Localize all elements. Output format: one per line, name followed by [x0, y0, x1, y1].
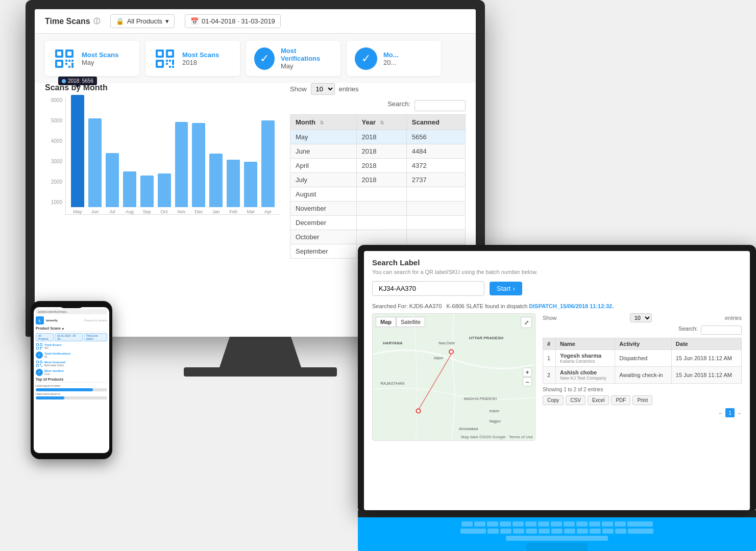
phone-filter-2[interactable]: 01-01-2018 - 30-06...	[55, 333, 82, 341]
map-expand-icon[interactable]: ⤢	[521, 317, 532, 328]
search-input[interactable]	[414, 100, 466, 111]
bar-group-apr: Apr	[261, 120, 275, 214]
svg-rect-10	[68, 66, 70, 68]
arrow-right-icon: ›	[513, 285, 515, 292]
laptop-search-input[interactable]	[701, 325, 742, 335]
entries-label: entries	[339, 85, 359, 93]
copy-button[interactable]: Copy	[543, 395, 564, 405]
date-range[interactable]: 📅 01-04-2018 · 31-03-2019	[185, 14, 281, 28]
bar-apr[interactable]	[261, 120, 275, 207]
key	[461, 521, 473, 527]
bar-jun[interactable]	[88, 118, 102, 207]
key	[576, 521, 588, 527]
zoom-out-icon[interactable]: −	[523, 378, 532, 387]
csv-button[interactable]: CSV	[566, 395, 586, 405]
svg-rect-23	[172, 60, 174, 65]
title-text: Time Scans	[45, 17, 90, 26]
calendar-icon: 📅	[190, 17, 199, 25]
bar-oct[interactable]	[158, 173, 171, 207]
next-page-icon[interactable]: →	[737, 410, 742, 416]
stat-label-4: Mo...	[383, 51, 399, 59]
phone-filter-1[interactable]: All Products	[36, 333, 54, 341]
cell-month: November	[290, 202, 357, 216]
key	[487, 521, 498, 527]
stat-card-most-scans-2018[interactable]: Most Scans 2018	[145, 41, 240, 76]
laptop-col-num[interactable]: #	[543, 338, 556, 350]
phone-logo: L	[36, 316, 44, 324]
laptop-show-select[interactable]: 10	[630, 313, 652, 322]
bar-jul[interactable]	[106, 153, 119, 207]
phone-bar-fill-2	[36, 396, 64, 399]
stat-card-most-verifications-may[interactable]: ✓ Most Verifications May	[246, 41, 340, 76]
cell-year: 2018	[356, 159, 406, 173]
svg-rect-8	[71, 60, 74, 62]
svg-text:Ahmedabad: Ahmedabad	[459, 427, 478, 431]
bar-sep[interactable]	[140, 176, 154, 207]
pdf-button[interactable]: PDF	[611, 395, 630, 405]
svg-rect-17	[158, 62, 162, 66]
bar-jan[interactable]	[209, 154, 223, 207]
dispatch-link[interactable]: DISPATCH_15/06/2018 11:12:32.	[529, 303, 614, 309]
table-container: Show 10 entries Search: Month ⇅	[280, 83, 466, 259]
laptop-col-date[interactable]: Date	[671, 338, 741, 350]
col-scanned[interactable]: Scanned	[406, 115, 465, 130]
page-number[interactable]: 1	[725, 408, 735, 417]
laptop-col-name[interactable]: Name	[555, 338, 615, 350]
laptop-col-activity[interactable]: Activity	[615, 338, 672, 350]
laptop-company-2: New KJ Test Company	[560, 375, 611, 381]
laptop-page-title: Search Label	[372, 258, 742, 267]
info-icon[interactable]: ⓘ	[93, 17, 100, 26]
bar-mar[interactable]	[244, 162, 257, 207]
bar-label-jul: Jul	[109, 209, 115, 214]
show-select[interactable]: 10	[311, 83, 335, 95]
col-year[interactable]: Year ⇅	[356, 115, 406, 130]
stat-card-most-verifications-2[interactable]: ✓ Mo... 20...	[347, 41, 441, 76]
laptop-hinge	[358, 510, 756, 517]
excel-button[interactable]: Excel	[588, 395, 609, 405]
map-credit: Map data ©2020 Google · Terms of Use	[461, 435, 533, 439]
svg-rect-39	[40, 364, 41, 365]
map-tab-map[interactable]: Map	[376, 317, 396, 327]
stat-card-text-2: Most Scans 2018	[182, 51, 219, 66]
cell-scanned	[406, 202, 465, 216]
prev-page-icon[interactable]: ←	[718, 410, 723, 416]
chart-y-axis: 6000 5000 4000 3000 2000 1000	[45, 97, 65, 230]
key	[487, 529, 499, 534]
cell-scanned: 5656	[406, 130, 465, 144]
cell-month: April	[290, 159, 357, 173]
col-month[interactable]: Month ⇅	[290, 115, 357, 130]
bar-aug[interactable]	[123, 171, 136, 207]
stat-card-text-1: Most Scans May	[82, 51, 118, 66]
map-svg: HARYANA UTTAR PRADESH RAJASTHAN MADHYA P…	[373, 314, 535, 440]
key-row-1	[368, 521, 746, 527]
cell-year	[356, 216, 406, 230]
bar-label-feb: Feb	[230, 209, 238, 214]
print-button[interactable]: Print	[632, 395, 652, 405]
table-row: May20185656	[290, 130, 466, 144]
map-tab-satellite[interactable]: Satellite	[396, 317, 425, 327]
laptop-date-2: 15 Jun 2018 11:12 AM	[671, 367, 741, 384]
bar-feb[interactable]	[227, 160, 240, 207]
svg-point-48	[450, 350, 453, 353]
bar-label-oct: Oct	[161, 209, 168, 214]
bar-nov[interactable]	[175, 122, 188, 207]
bar-dec[interactable]	[192, 123, 205, 207]
svg-rect-27	[40, 344, 42, 345]
check-icon-2: ✓	[355, 47, 377, 70]
table-row: August	[290, 187, 466, 202]
phone-filter-3[interactable]: ThinCurve Admin	[84, 333, 107, 341]
laptop-name-2: Ashish chobe	[560, 369, 611, 375]
search-label-row: Start ›	[372, 281, 742, 296]
bar-may[interactable]: 2018: 5656	[71, 95, 84, 207]
bar-group-feb: Feb	[227, 160, 240, 214]
bar-label-sep: Sep	[143, 209, 151, 214]
phone-powered: Powered by letverify	[84, 319, 107, 322]
key	[615, 521, 626, 527]
products-dropdown[interactable]: 🔒 All Products ▾	[110, 14, 175, 28]
zoom-in-icon[interactable]: +	[523, 368, 532, 377]
search-label-input[interactable]	[372, 281, 484, 296]
laptop-touchpad[interactable]	[526, 543, 588, 551]
start-button[interactable]: Start ›	[490, 282, 522, 295]
result-info: Searched For: KJD6-AA370 K-6806 SLATE fo…	[372, 303, 742, 309]
stat-card-most-scans-may[interactable]: Most Scans May	[45, 41, 139, 76]
